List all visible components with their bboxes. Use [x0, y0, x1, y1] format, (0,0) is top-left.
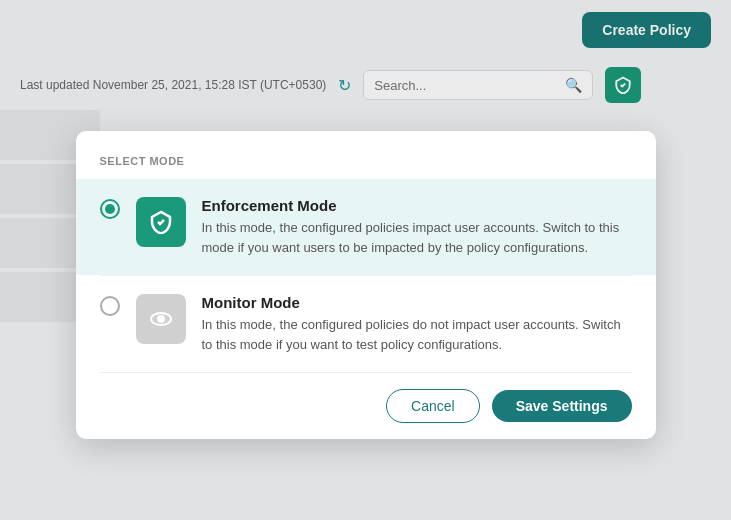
svg-point-1 [158, 316, 164, 322]
modal-overlay: SELECT MODE Enforcement Mode In this mod… [0, 0, 731, 520]
save-settings-button[interactable]: Save Settings [492, 390, 632, 422]
enforcement-content: Enforcement Mode In this mode, the confi… [202, 197, 632, 257]
enforcement-icon [136, 197, 186, 247]
monitor-content: Monitor Mode In this mode, the configure… [202, 294, 632, 354]
monitor-title: Monitor Mode [202, 294, 632, 311]
cancel-button[interactable]: Cancel [386, 389, 480, 423]
enforcement-description: In this mode, the configured policies im… [202, 218, 632, 257]
monitor-radio[interactable] [100, 296, 120, 316]
enforcement-mode-option[interactable]: Enforcement Mode In this mode, the confi… [76, 179, 656, 275]
modal-footer: Cancel Save Settings [76, 373, 656, 439]
monitor-icon [136, 294, 186, 344]
select-mode-label: SELECT MODE [100, 155, 185, 167]
enforcement-radio[interactable] [100, 199, 120, 219]
modal-header: SELECT MODE [76, 131, 656, 179]
enforcement-title: Enforcement Mode [202, 197, 632, 214]
enforcement-radio-inner [105, 204, 115, 214]
monitor-description: In this mode, the configured policies do… [202, 315, 632, 354]
modal-dialog: SELECT MODE Enforcement Mode In this mod… [76, 131, 656, 439]
monitor-mode-option[interactable]: Monitor Mode In this mode, the configure… [76, 276, 656, 372]
